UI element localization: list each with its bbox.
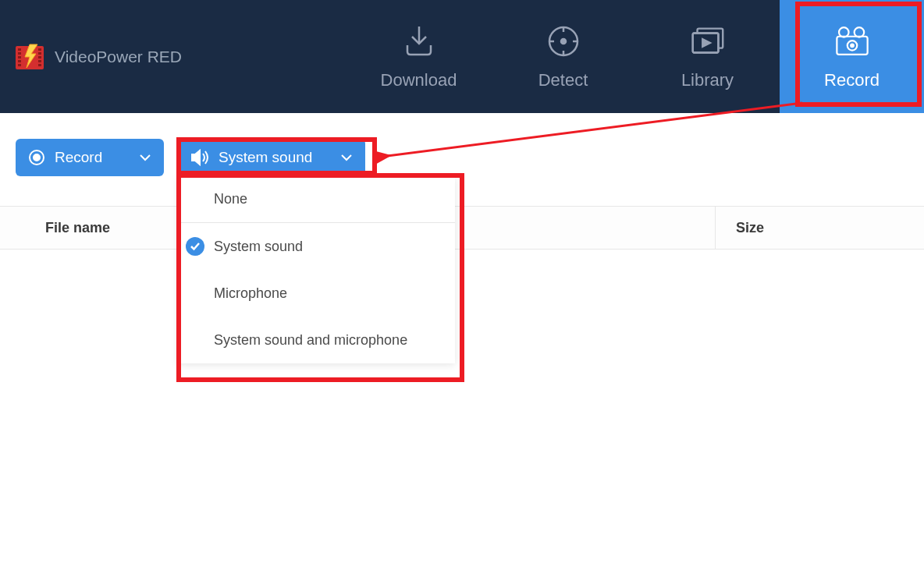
speaker-icon bbox=[190, 149, 209, 166]
column-size[interactable]: Size bbox=[715, 207, 924, 249]
dropdown-item-label: None bbox=[214, 191, 247, 207]
audio-source-dropdown: None System sound Microphone System soun… bbox=[178, 176, 455, 363]
dropdown-item-label: Microphone bbox=[214, 285, 287, 302]
nav-tab-record-label: Record bbox=[824, 70, 880, 90]
nav-tab-detect-label: Detect bbox=[538, 70, 588, 90]
record-icon bbox=[833, 23, 872, 59]
svg-point-26 bbox=[34, 154, 40, 161]
detect-icon bbox=[544, 23, 583, 59]
audio-source-button[interactable]: System sound None System sound Microphon bbox=[178, 139, 365, 176]
chevron-down-icon bbox=[139, 154, 151, 161]
svg-rect-7 bbox=[38, 52, 41, 55]
svg-rect-4 bbox=[18, 60, 21, 62]
logo-area: VideoPower RED bbox=[16, 43, 182, 71]
svg-rect-10 bbox=[38, 64, 41, 66]
toolbar: Record System sound None bbox=[0, 113, 924, 176]
app-title: VideoPower RED bbox=[55, 48, 182, 66]
dropdown-item-none[interactable]: None bbox=[178, 176, 455, 223]
check-icon bbox=[186, 237, 204, 256]
nav-tab-download-label: Download bbox=[381, 70, 457, 90]
chevron-down-icon bbox=[340, 154, 353, 161]
nav-tabs: Download Detect bbox=[346, 0, 924, 113]
dropdown-item-system-and-mic[interactable]: System sound and microphone bbox=[178, 317, 455, 363]
svg-rect-1 bbox=[18, 48, 21, 51]
svg-point-12 bbox=[561, 39, 566, 44]
nav-tab-record[interactable]: Record bbox=[780, 0, 924, 113]
nav-tab-download[interactable]: Download bbox=[346, 0, 491, 113]
download-icon bbox=[400, 23, 439, 59]
nav-tab-library-label: Library bbox=[681, 70, 734, 90]
dropdown-item-microphone[interactable]: Microphone bbox=[178, 270, 455, 317]
svg-rect-2 bbox=[18, 52, 21, 55]
dropdown-item-system-sound[interactable]: System sound bbox=[178, 223, 455, 270]
svg-rect-3 bbox=[18, 56, 21, 58]
app-header: VideoPower RED Download bbox=[0, 0, 924, 113]
svg-rect-5 bbox=[18, 64, 21, 66]
audio-source-label: System sound bbox=[219, 149, 331, 166]
dropdown-item-label: System sound and microphone bbox=[214, 332, 407, 349]
svg-rect-6 bbox=[38, 48, 41, 51]
svg-rect-9 bbox=[38, 60, 41, 62]
record-button[interactable]: Record bbox=[16, 139, 164, 176]
svg-rect-8 bbox=[38, 56, 41, 58]
nav-tab-detect[interactable]: Detect bbox=[491, 0, 635, 113]
svg-point-24 bbox=[851, 44, 854, 47]
library-icon bbox=[688, 23, 727, 59]
table-header: File name Size bbox=[0, 206, 924, 250]
record-circle-icon bbox=[28, 149, 45, 166]
dropdown-item-label: System sound bbox=[214, 239, 303, 255]
app-logo-icon bbox=[16, 43, 47, 71]
nav-tab-library[interactable]: Library bbox=[635, 0, 780, 113]
record-button-label: Record bbox=[55, 149, 130, 166]
